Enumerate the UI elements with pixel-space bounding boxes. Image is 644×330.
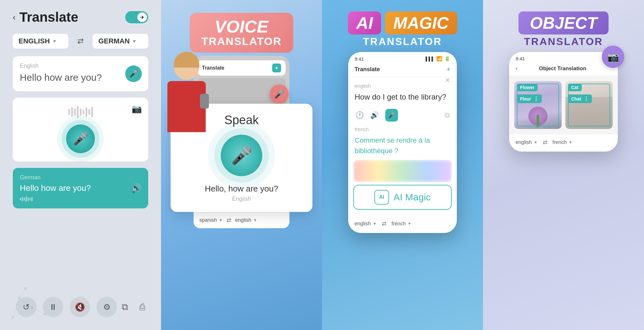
- ai-badge-icon: AI: [374, 190, 389, 205]
- badge-ai-label: AI: [348, 11, 381, 34]
- obj-dst-lang-name: french: [553, 139, 567, 145]
- settings-button[interactable]: ⚙: [96, 297, 117, 317]
- back-icon[interactable]: ‹: [13, 12, 16, 22]
- object-src-lang[interactable]: english ▼: [516, 139, 538, 145]
- input-text-box[interactable]: English Hello how are you? 🎤: [13, 56, 148, 91]
- output-waveform: [20, 196, 141, 202]
- translated-text: Comment se rendre à la bibliothèque ?: [355, 135, 450, 156]
- dest-lang-indicator: french: [355, 127, 450, 132]
- phone-title: Translate: [355, 66, 380, 73]
- src-lang-name: english: [355, 221, 371, 227]
- object-detection-content: Flower Fleur ⋮: [509, 76, 618, 134]
- rainbow-effect: [353, 160, 452, 182]
- wave-bar: [80, 109, 81, 116]
- battery-icon: 🔋: [444, 56, 450, 62]
- close-button[interactable]: ✕: [445, 76, 450, 85]
- language-bar: ENGLISH ▼ ⇄ GERMAN ▼: [13, 34, 148, 49]
- output-text: Hello how are you?: [20, 183, 141, 194]
- dest-lang-label: GERMAN: [98, 37, 130, 45]
- source-dropdown-arrow: ▼: [219, 218, 223, 222]
- recognized-text: Hello, how are you?: [205, 184, 278, 194]
- flower-label-fr: Fleur ⋮: [517, 94, 542, 103]
- copy-icon[interactable]: ⧉: [122, 302, 128, 312]
- object-phone-status: 9:41 ▌▌▌: [509, 52, 618, 63]
- p1-title-group: ‹ Translate: [13, 10, 78, 25]
- badge-magic-label: MAGIC: [385, 11, 457, 34]
- airplane-toggle[interactable]: ✈: [125, 11, 148, 23]
- copy-button[interactable]: ⧉: [445, 111, 450, 119]
- source-lang-selector[interactable]: english ▼: [355, 221, 377, 227]
- phone-title-label: Translate: [202, 65, 224, 71]
- wave-bar: [71, 107, 73, 117]
- mic-button-large[interactable]: 🎤: [66, 124, 95, 153]
- wave-bar: [68, 109, 70, 115]
- cat-object-card: Cat Chat ⋮: [565, 81, 613, 129]
- speaker-icon[interactable]: 🔊: [370, 111, 379, 119]
- cat-label-fr: Chat ⋮: [568, 94, 592, 103]
- floating-mic-button[interactable]: 🎤: [270, 85, 289, 104]
- panel-voice-translator: VOICE TRANSLATOR Translate ✈ 🎤 Speak: [161, 0, 322, 330]
- src-dropdown-arrow: ▼: [373, 221, 377, 226]
- wave-bar: [86, 108, 87, 116]
- more-options-icon[interactable]: ⋮: [584, 96, 589, 102]
- object-phone-header: ‹ Object Translation ...: [509, 63, 618, 76]
- more-options-icon[interactable]: ⋮: [533, 96, 539, 102]
- signal-icon: ▌▌▌: [425, 56, 434, 61]
- airplane-icon: ✈: [446, 66, 450, 72]
- object-dst-lang[interactable]: french ▼: [553, 139, 572, 145]
- dst-lang-name: french: [392, 221, 406, 227]
- ai-magic-button[interactable]: AI AI Magic: [353, 185, 452, 210]
- flower-object-card: Flower Fleur ⋮: [514, 81, 562, 129]
- source-lang-text: spanish: [199, 217, 217, 223]
- svg-line-7: [19, 298, 32, 308]
- ai-phone-mockup: 9:41 ▌▌▌ 📶 🔋 Translate ✈ english How do …: [348, 52, 457, 233]
- voice-badge-subtitle: TRANSLATOR: [201, 35, 281, 48]
- secondary-actions: ⧉ ⎙: [122, 302, 145, 312]
- object-swap-icon[interactable]: ⇄: [543, 139, 548, 146]
- ar-camera-icon[interactable]: 📷: [602, 46, 624, 68]
- input-text: Hello how are you?: [20, 71, 141, 84]
- dest-language-select[interactable]: GERMAN ▼: [93, 34, 148, 49]
- dest-dropdown-arrow: ▼: [253, 218, 257, 222]
- page-title: Translate: [19, 10, 78, 25]
- object-phone-mockup: 📷 9:41 ▌▌▌ ‹ Object Translation ...: [509, 52, 618, 152]
- badge-object-label: OBJECT: [518, 11, 609, 34]
- swap-languages-button[interactable]: ⇄: [382, 220, 387, 227]
- action-icons-row: 🕐 🔊 🎤 ⧉: [355, 109, 450, 122]
- object-badge: OBJECT TRANSLATOR: [518, 11, 609, 48]
- speak-title: Speak: [224, 113, 259, 127]
- mic-button-small[interactable]: 🎤: [125, 65, 142, 82]
- mic-button-main[interactable]: 🎤: [221, 135, 262, 176]
- badge-object-subtitle: TRANSLATOR: [524, 36, 603, 48]
- share-icon[interactable]: ⎙: [140, 302, 145, 312]
- airplane-icon: ✈: [140, 14, 144, 20]
- wifi-icon: 📶: [436, 56, 442, 62]
- wave-bar: [77, 106, 79, 118]
- mic-active-button[interactable]: 🎤: [385, 109, 398, 122]
- obj-dst-arrow: ▼: [569, 140, 572, 145]
- source-language-select[interactable]: ENGLISH ▼: [13, 34, 68, 49]
- back-arrow[interactable]: ‹: [516, 65, 518, 72]
- history-icon[interactable]: 🕐: [355, 111, 364, 119]
- phone-header: Translate ✈: [348, 64, 457, 77]
- phone-plane-icon: ✈: [272, 64, 281, 72]
- p1-header: ‹ Translate ✈: [13, 10, 148, 25]
- dest-language-pill[interactable]: english ▼: [235, 217, 257, 223]
- speaker-icon[interactable]: 🔊: [131, 183, 142, 193]
- dest-lang-arrow: ▼: [132, 39, 137, 44]
- output-text-box: German Hello how are you? 🔊: [13, 168, 148, 208]
- source-language-pill[interactable]: spanish ▼: [199, 217, 223, 223]
- source-lang-arrow: ▼: [52, 39, 57, 44]
- dest-lang-selector[interactable]: french ▼: [392, 221, 411, 227]
- panel-object-translator: OBJECT TRANSLATOR 📷 9:41 ▌▌▌ ‹ Object Tr…: [483, 0, 644, 330]
- swap-languages-icon[interactable]: ⇄: [73, 34, 88, 48]
- camera-icon[interactable]: 📷: [132, 104, 142, 114]
- badge-translator-label: TRANSLATOR: [363, 36, 442, 48]
- flower-label-en: Flower: [517, 84, 538, 91]
- object-phone-title: Object Translation: [539, 65, 586, 72]
- recognized-lang: English: [232, 196, 251, 202]
- voice-badge: VOICE TRANSLATOR: [190, 13, 293, 53]
- wave-bar: [91, 107, 93, 117]
- mute-button[interactable]: 🔇: [70, 297, 90, 317]
- swap-icon[interactable]: ⇄: [226, 217, 231, 224]
